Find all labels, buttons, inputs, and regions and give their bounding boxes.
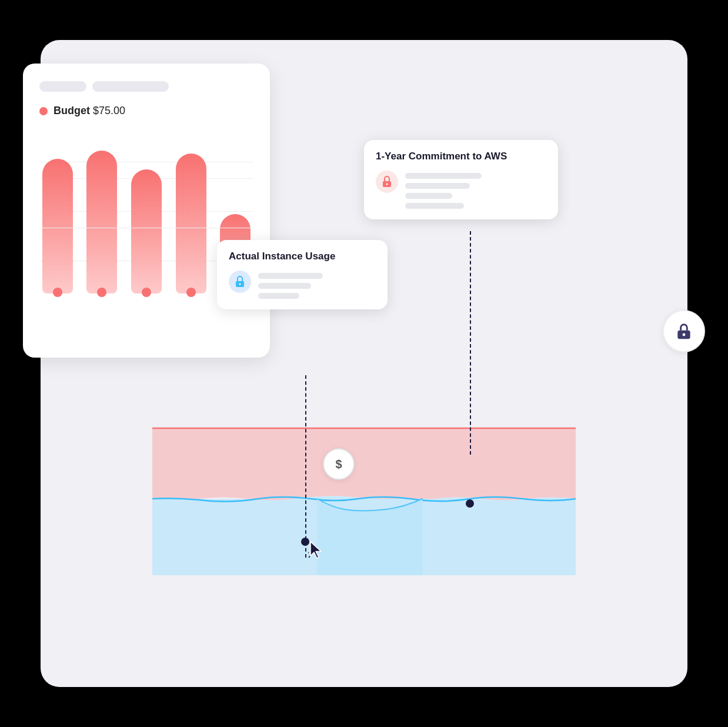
bar-wrapper-1: [39, 135, 76, 294]
svg-point-3: [239, 284, 241, 285]
area-chart-svg: [152, 381, 576, 575]
bar-wrapper-4: [173, 135, 209, 294]
dollar-circle: $: [323, 448, 355, 480]
dashed-line-left: [305, 375, 306, 558]
line-3: [405, 193, 452, 199]
svg-point-1: [386, 184, 388, 185]
usage-lines: [258, 271, 323, 299]
bar-wrapper-3: [128, 135, 165, 294]
u-line-2: [258, 283, 311, 289]
dashed-line-right: [470, 231, 471, 455]
u-line-1: [258, 273, 323, 279]
commitment-tooltip: 1-Year Commitment to AWS: [364, 140, 558, 219]
main-container: Budget $75.00: [41, 40, 687, 687]
gridline-1: [39, 162, 253, 162]
svg-point-8: [683, 334, 686, 336]
lock-blue-icon: [233, 275, 247, 289]
bar-4: [176, 154, 206, 294]
svg-line-6: [309, 556, 310, 558]
legend-label: Budget $75.00: [54, 105, 125, 117]
commitment-icon: [376, 171, 398, 193]
lock-pink-icon: [380, 175, 394, 189]
commitment-lines: [405, 171, 482, 209]
bar-3: [131, 169, 162, 294]
line-1: [405, 173, 482, 179]
bar-wrapper-2: [84, 135, 121, 294]
right-dot-marker: [466, 499, 474, 508]
u-line-3: [258, 293, 299, 299]
pill-1: [39, 81, 86, 92]
svg-line-4: [308, 552, 309, 554]
pink-area: [152, 428, 576, 501]
line-2: [405, 183, 470, 189]
lock-dark-icon: [674, 322, 693, 341]
cursor-svg: [308, 541, 326, 561]
budget-legend: Budget $75.00: [39, 105, 253, 117]
usage-tooltip: Actual Instance Usage: [217, 240, 388, 309]
legend-dot: [39, 107, 48, 115]
pill-2: [92, 81, 169, 92]
bar-1: [42, 159, 73, 294]
budget-card: Budget $75.00: [23, 64, 270, 358]
right-lock-circle: [663, 310, 705, 352]
card-pills: [39, 81, 253, 92]
dollar-symbol: $: [335, 458, 342, 471]
line-4: [405, 203, 464, 209]
commitment-title: 1-Year Commitment to AWS: [376, 151, 546, 162]
bar-2: [86, 151, 117, 294]
usage-content: [229, 271, 376, 299]
usage-title: Actual Instance Usage: [229, 251, 376, 262]
cursor-icon: [308, 541, 326, 565]
commitment-content: [376, 171, 546, 209]
usage-icon: [229, 271, 251, 293]
